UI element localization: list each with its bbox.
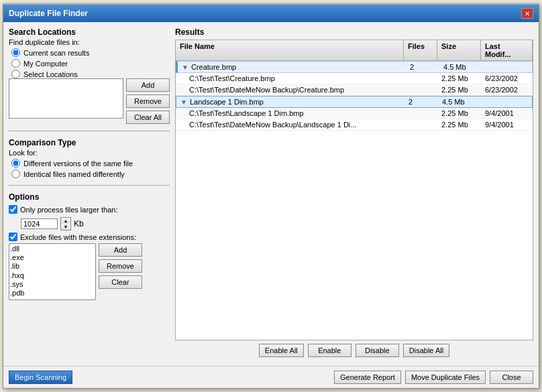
ext-lib[interactable]: .lib	[10, 262, 95, 271]
col-filename: File Name	[176, 40, 404, 60]
ext-dll[interactable]: .dll	[10, 245, 95, 253]
radio-my-computer[interactable]: My Computer	[11, 59, 170, 68]
group-creature-name: ▼ Creature.bmp	[178, 62, 406, 72]
search-locations-label: Search Locations	[9, 27, 170, 37]
group-row-creature[interactable]: ▼ Creature.bmp 2 4.5 Mb	[176, 61, 533, 73]
child-landscape-1-path: C:\Test\Test\Landscape 1 Dim.bmp	[176, 108, 404, 119]
ext-pdb[interactable]: .pdb	[10, 289, 95, 298]
group-creature-modified	[483, 62, 532, 72]
main-window: Duplicate File Finder ✕ Search Locations…	[3, 3, 539, 389]
ext-sys[interactable]: .sys	[10, 280, 95, 289]
clear-ext-button[interactable]: Clear	[99, 275, 142, 289]
table-header: File Name Files Size Last Modif...	[176, 40, 533, 61]
col-size: Size	[437, 40, 481, 60]
file-size-input[interactable]	[21, 218, 58, 229]
ext-hxq[interactable]: .hxq	[10, 271, 95, 280]
comparison-radio-group: Different versions of the same file Iden…	[9, 159, 170, 178]
radio-current-scan[interactable]: Current scan results	[11, 48, 170, 57]
child-landscape-1[interactable]: C:\Test\Test\Landscape 1 Dim.bmp 2.25 Mb…	[176, 108, 533, 119]
group-landscape-name: ▼ Landscape 1 Dim.bmp	[176, 96, 404, 107]
col-files: Files	[404, 40, 437, 60]
radio-identical-files-input[interactable]	[11, 170, 20, 178]
child-creature-2-size: 2.25 Mb	[437, 84, 481, 95]
file-size-spinbox-row: ▲ ▼ Kb	[9, 217, 170, 231]
child-creature-2[interactable]: C:\Test\Test\DateMeNow Backup\Creature.b…	[176, 84, 533, 96]
radio-my-computer-input[interactable]	[11, 59, 20, 68]
child-creature-2-files	[404, 84, 437, 95]
child-landscape-1-modified: 9/4/2001	[481, 108, 533, 119]
radio-different-versions-input[interactable]	[11, 159, 20, 168]
file-size-checkbox-row[interactable]: Only process files larger than:	[9, 205, 170, 214]
close-button[interactable]: Close	[490, 371, 533, 384]
group-landscape-modified	[482, 96, 532, 107]
window-body: Search Locations Find duplicate files in…	[3, 22, 539, 366]
location-row: Add Remove Clear All	[9, 78, 170, 124]
enable-all-button[interactable]: Enable All	[259, 344, 304, 357]
result-actions: Enable All Enable Disable Disable All	[175, 340, 533, 361]
window-title: Duplicate File Finder	[9, 9, 88, 18]
results-label: Results	[175, 27, 533, 37]
child-landscape-2[interactable]: C:\Test\Test\DateMeNow Backup\Landscape …	[176, 119, 533, 131]
radio-select-locations[interactable]: Select Locations	[11, 70, 170, 78]
exclude-extensions-checkbox-row[interactable]: Exclude files with these extensions:	[9, 233, 170, 241]
exclude-extensions-checkbox[interactable]	[9, 233, 17, 241]
disable-all-button[interactable]: Disable All	[403, 344, 449, 357]
generate-report-button[interactable]: Generate Report	[334, 371, 401, 384]
child-landscape-1-size: 2.25 Mb	[437, 108, 481, 119]
child-landscape-2-modified: 9/4/2001	[481, 119, 533, 130]
child-creature-1-files	[404, 73, 437, 84]
divider-2	[9, 185, 170, 186]
options-section: Options Only process files larger than: …	[9, 192, 170, 300]
radio-current-scan-input[interactable]	[11, 48, 20, 57]
file-size-label: Only process files larger than:	[20, 206, 118, 214]
group-creature-files: 2	[406, 62, 439, 72]
remove-location-button[interactable]: Remove	[126, 94, 170, 108]
add-location-button[interactable]: Add	[126, 78, 170, 92]
footer-right: Generate Report Move Duplicate Files Clo…	[334, 371, 533, 384]
child-creature-1-path: C:\Test\Test\Creature.bmp	[176, 73, 404, 84]
results-table[interactable]: File Name Files Size Last Modif... ▼ Cre…	[175, 40, 533, 340]
enable-button[interactable]: Enable	[308, 344, 351, 357]
child-landscape-2-size: 2.25 Mb	[437, 119, 481, 130]
find-label: Find duplicate files in:	[9, 38, 170, 46]
ext-exe[interactable]: .exe	[10, 253, 95, 262]
child-creature-1[interactable]: C:\Test\Test\Creature.bmp 2.25 Mb 6/23/2…	[176, 73, 533, 84]
footer-left: Begin Scanning	[9, 371, 72, 384]
expand-icon-landscape: ▼	[180, 99, 187, 106]
clear-all-locations-button[interactable]: Clear All	[126, 111, 170, 124]
group-landscape-size: 4.5 Mb	[438, 96, 482, 107]
radio-identical-files-label: Identical files named differently	[23, 170, 125, 178]
radio-identical-files[interactable]: Identical files named differently	[11, 170, 170, 178]
title-bar: Duplicate File Finder ✕	[3, 5, 539, 22]
expand-icon-creature: ▼	[182, 64, 188, 71]
ext-buttons: Add Remove Clear	[99, 243, 142, 289]
remove-ext-button[interactable]: Remove	[99, 259, 142, 273]
add-ext-button[interactable]: Add	[99, 243, 142, 257]
options-label: Options	[9, 192, 170, 202]
scan-location-radio-group: Current scan results My Computer Select …	[9, 48, 170, 78]
ext-row: .dll .exe .lib .hxq .sys .pdb Add Remove…	[9, 243, 170, 300]
radio-select-locations-input[interactable]	[11, 70, 20, 78]
spin-down-button[interactable]: ▼	[61, 224, 70, 230]
move-duplicate-files-button[interactable]: Move Duplicate Files	[405, 371, 486, 384]
disable-button[interactable]: Disable	[356, 344, 399, 357]
close-window-button[interactable]: ✕	[521, 8, 533, 19]
radio-different-versions[interactable]: Different versions of the same file	[11, 159, 170, 168]
child-creature-1-size: 2.25 Mb	[437, 73, 481, 84]
spin-buttons: ▲ ▼	[60, 217, 71, 231]
location-listbox[interactable]	[9, 78, 123, 119]
radio-select-locations-label: Select Locations	[23, 70, 78, 78]
radio-different-versions-label: Different versions of the same file	[23, 159, 133, 168]
group-creature-size: 4.5 Mb	[439, 62, 483, 72]
group-landscape-files: 2	[404, 96, 438, 107]
file-size-checkbox[interactable]	[9, 205, 17, 214]
begin-scanning-button[interactable]: Begin Scanning	[9, 371, 72, 384]
left-panel: Search Locations Find duplicate files in…	[9, 27, 170, 361]
group-row-landscape[interactable]: ▼ Landscape 1 Dim.bmp 2 4.5 Mb	[176, 96, 533, 108]
spin-up-button[interactable]: ▲	[61, 218, 70, 224]
radio-my-computer-label: My Computer	[23, 60, 68, 68]
extensions-list[interactable]: .dll .exe .lib .hxq .sys .pdb	[9, 243, 96, 300]
child-landscape-2-path: C:\Test\Test\DateMeNow Backup\Landscape …	[176, 119, 404, 130]
child-creature-2-modified: 6/23/2002	[481, 84, 533, 95]
file-size-unit: Kb	[74, 219, 84, 228]
